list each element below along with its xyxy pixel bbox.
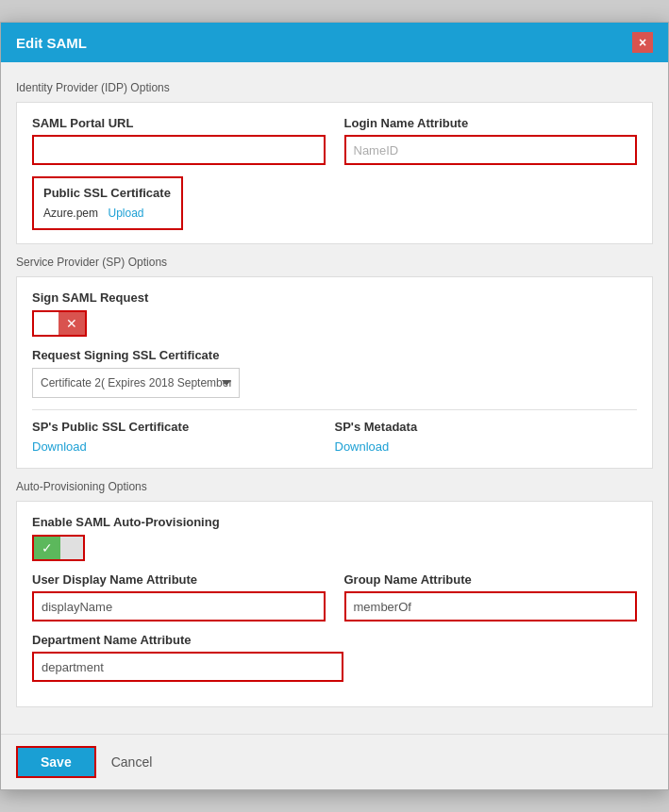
modal-body: Identity Provider (IDP) Options SAML Por… — [1, 62, 668, 734]
modal-title: Edit SAML — [16, 35, 87, 51]
request-signing-select[interactable]: Certificate 2( Expires 2018 September ) — [32, 368, 240, 398]
sp-section-label: Service Provider (SP) Options — [16, 256, 653, 269]
saml-url-input[interactable] — [32, 135, 326, 165]
metadata-label: SP's Metadata — [335, 420, 638, 434]
department-input[interactable] — [32, 652, 343, 682]
cancel-button[interactable]: Cancel — [111, 754, 153, 770]
public-cert-label: SP's Public SSL Certificate — [32, 420, 335, 434]
modal-header: Edit SAML × — [1, 23, 668, 62]
group-name-group: Group Name Attribute — [344, 572, 638, 621]
divider — [32, 409, 637, 410]
metadata-col: SP's Metadata Download — [335, 420, 638, 455]
metadata-download[interactable]: Download — [335, 439, 390, 454]
public-cert-download[interactable]: Download — [32, 439, 87, 454]
enable-auto-section: Enable SAML Auto-Provisioning ✓ — [32, 515, 637, 561]
attribute-row-2: Department Name Attribute — [32, 633, 637, 682]
toggle-off-part: ✕ — [59, 312, 85, 335]
ssl-cert-label: Public SSL Certificate — [43, 186, 172, 200]
request-signing-label: Request Signing SSL Certificate — [32, 348, 637, 362]
enable-auto-toggle[interactable]: ✓ — [32, 535, 85, 561]
auto-section-label: Auto-Provisioning Options — [16, 480, 653, 493]
auto-toggle-off-part — [60, 537, 83, 559]
saml-url-label: SAML Portal URL — [32, 116, 326, 130]
sign-request-label: Sign SAML Request — [32, 290, 637, 305]
saml-url-group: SAML Portal URL — [32, 116, 326, 165]
sign-request-section: Sign SAML Request ✕ — [32, 290, 637, 337]
idp-top-row: SAML Portal URL Login Name Attribute — [32, 116, 637, 165]
idp-section-box: SAML Portal URL Login Name Attribute Pub… — [16, 102, 653, 244]
login-name-input[interactable] — [344, 135, 638, 165]
enable-auto-label: Enable SAML Auto-Provisioning — [32, 515, 637, 529]
user-display-input[interactable] — [32, 591, 326, 621]
modal-footer: Save Cancel — [1, 734, 668, 789]
user-display-label: User Display Name Attribute — [32, 572, 326, 587]
department-group: Department Name Attribute — [32, 633, 343, 682]
close-button[interactable]: × — [632, 32, 653, 53]
user-display-group: User Display Name Attribute — [32, 572, 326, 621]
sp-section-box: Sign SAML Request ✕ Request Signing SSL … — [16, 276, 653, 469]
login-name-label: Login Name Attribute — [344, 116, 638, 130]
sign-request-toggle[interactable]: ✕ — [32, 310, 87, 337]
auto-section-box: Enable SAML Auto-Provisioning ✓ User Dis… — [16, 501, 653, 707]
auto-toggle-on-part: ✓ — [34, 537, 60, 559]
sp-links-row: SP's Public SSL Certificate Download SP'… — [32, 420, 637, 455]
ssl-cert-box: Public SSL Certificate Azure.pem Upload — [32, 176, 183, 230]
save-button[interactable]: Save — [16, 746, 96, 778]
idp-section-label: Identity Provider (IDP) Options — [16, 81, 653, 94]
upload-link[interactable]: Upload — [108, 207, 143, 220]
request-signing-section: Request Signing SSL Certificate Certific… — [32, 348, 637, 398]
edit-saml-modal: Edit SAML × Identity Provider (IDP) Opti… — [0, 22, 669, 790]
group-name-input[interactable] — [344, 591, 638, 621]
attribute-row-1: User Display Name Attribute Group Name A… — [32, 572, 637, 621]
public-cert-col: SP's Public SSL Certificate Download — [32, 420, 335, 455]
login-name-group: Login Name Attribute — [344, 116, 638, 165]
cert-filename: Azure.pem — [43, 207, 98, 220]
toggle-on-part — [34, 312, 59, 335]
group-name-label: Group Name Attribute — [344, 572, 638, 587]
department-label: Department Name Attribute — [32, 633, 343, 647]
